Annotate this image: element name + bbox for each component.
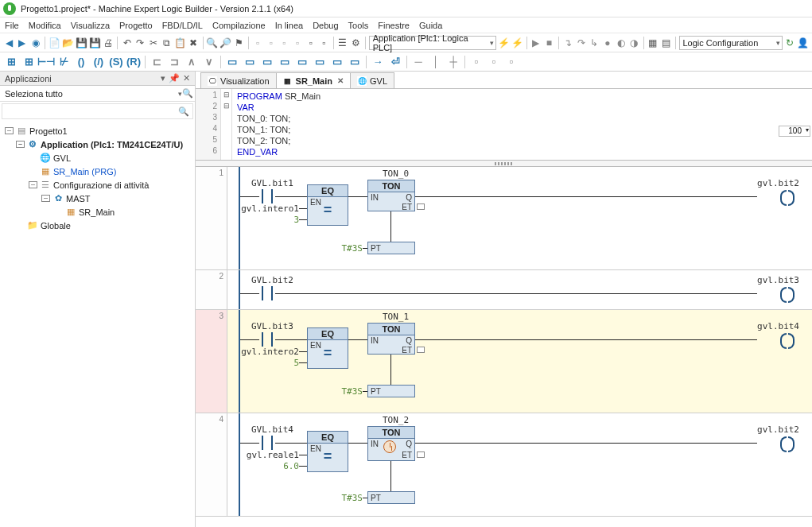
application-combo[interactable]: Application [Plc1: Logica PLC] xyxy=(369,36,496,50)
bookmark-icon[interactable]: ⚑ xyxy=(233,36,245,50)
ld-h3-icon[interactable]: ┼ xyxy=(445,55,461,69)
tab-close-icon[interactable]: ✕ xyxy=(337,76,344,85)
pin-et[interactable] xyxy=(417,347,425,353)
ld-c1-icon[interactable]: ▫ xyxy=(468,55,484,69)
tree-item[interactable]: –▤Progetto1 xyxy=(2,124,193,138)
paste-icon[interactable]: 📋 xyxy=(174,36,186,50)
ld-fb1-icon[interactable]: ▭ xyxy=(224,55,240,69)
tab-visualization[interactable]: 🖵Visualization xyxy=(200,72,277,88)
logic-config-combo[interactable]: Logic Configuration xyxy=(679,36,783,50)
contact[interactable] xyxy=(259,332,275,347)
pin-et[interactable] xyxy=(417,451,425,458)
ton-pt-block[interactable]: PT xyxy=(367,242,415,254)
find-icon[interactable]: 🔍 xyxy=(206,36,218,50)
eq-block[interactable]: EQ EN = xyxy=(307,327,348,369)
tab-gvl[interactable]: 🌐GVL xyxy=(350,72,394,88)
ld-fb2-icon[interactable]: ▭ xyxy=(242,55,258,69)
ld-set-icon[interactable]: (S) xyxy=(108,55,124,69)
ld-fb3-icon[interactable]: ▭ xyxy=(259,55,275,69)
sidebar-auto-icon[interactable]: 📌 xyxy=(169,73,180,83)
sidebar-close-icon[interactable]: ✕ xyxy=(183,73,190,83)
splitter[interactable] xyxy=(196,161,812,167)
redo-icon[interactable]: ↷ xyxy=(134,36,146,50)
tree-item[interactable]: ▦SR_Main (PRG) xyxy=(2,165,193,178)
menu-visualizza[interactable]: Visualizza xyxy=(71,21,110,30)
menu-inlinea[interactable]: In linea xyxy=(275,21,303,30)
ld-jmp-icon[interactable]: → xyxy=(370,55,386,69)
menu-debug[interactable]: Debug xyxy=(313,21,338,30)
menu-fbd[interactable]: FBD/LD/IL xyxy=(162,21,203,30)
ld-g3-icon[interactable]: ∧ xyxy=(184,55,200,69)
print-icon[interactable]: 🖨 xyxy=(103,36,115,50)
eq-block[interactable]: EQ EN = xyxy=(307,184,348,226)
disconnect-icon[interactable]: ⚡ xyxy=(511,36,523,50)
ld-g4-icon[interactable]: ∨ xyxy=(201,55,217,69)
ton-block[interactable]: TON IN Q ET xyxy=(367,180,415,211)
tree-item[interactable]: –✿MAST xyxy=(2,192,193,205)
menu-compilazione[interactable]: Compilazione xyxy=(212,21,266,30)
save-icon[interactable]: 💾 xyxy=(76,36,87,50)
contact[interactable] xyxy=(259,189,275,203)
new-icon[interactable]: 📄 xyxy=(49,36,60,50)
refresh-icon[interactable]: ↻ xyxy=(784,36,796,50)
coil[interactable] xyxy=(779,333,796,346)
ld-ncoil-icon[interactable]: (/) xyxy=(91,55,107,69)
menu-modifica[interactable]: Modifica xyxy=(29,21,61,30)
ld-fb4-icon[interactable]: ▭ xyxy=(277,55,293,69)
bp2-icon[interactable]: ◐ xyxy=(615,36,627,50)
stop-icon[interactable]: ■ xyxy=(543,36,555,50)
delete-icon[interactable]: ✖ xyxy=(188,36,200,50)
ld-g2-icon[interactable]: ⊐ xyxy=(166,55,182,69)
search-icon[interactable]: 🔍 xyxy=(178,107,189,117)
rung-2[interactable]: 2 GVL.bit2 gvl.bit3 xyxy=(196,270,812,310)
a5-icon[interactable]: ▫ xyxy=(305,36,317,50)
open-icon[interactable]: 📂 xyxy=(62,36,74,50)
menu-finestre[interactable]: Finestre xyxy=(378,21,410,30)
ton-pt-block[interactable]: PT xyxy=(367,491,415,504)
menu-tools[interactable]: Tools xyxy=(348,21,369,30)
ld-fb5-icon[interactable]: ▭ xyxy=(294,55,310,69)
rung-1[interactable]: 1 GVL.bit1 gvl.intero1 3 EQ EN = xyxy=(196,167,812,270)
findnext-icon[interactable]: 🔎 xyxy=(220,36,231,50)
menu-file[interactable]: File xyxy=(5,21,19,30)
a3-icon[interactable]: ▫ xyxy=(278,36,290,50)
a6-icon[interactable]: ▫ xyxy=(318,36,330,50)
saveall-icon[interactable]: 💾 xyxy=(89,36,101,50)
win-icon[interactable]: ▦ xyxy=(647,36,659,50)
coil[interactable] xyxy=(779,287,796,300)
menu-guida[interactable]: Guida xyxy=(419,21,442,30)
step-into-icon[interactable]: ↴ xyxy=(562,36,574,50)
ld-ncont-icon[interactable]: ⊬ xyxy=(56,55,72,69)
rung-3[interactable]: 3 GVL.bit3 gvl.intero2 5 EQ EN = xyxy=(196,310,812,413)
sidebar-selector[interactable]: Seleziona tutto🔍 xyxy=(0,86,195,102)
ld-net-icon[interactable]: ⊞ xyxy=(3,55,19,69)
ld-g1-icon[interactable]: ⊏ xyxy=(149,55,165,69)
ld-c2-icon[interactable]: ▫ xyxy=(486,55,502,69)
ld-fb7-icon[interactable]: ▭ xyxy=(329,55,345,69)
ld-contact-icon[interactable]: ⊢⊣ xyxy=(38,55,54,69)
ld-ret-icon[interactable]: ⏎ xyxy=(387,55,403,69)
connect-icon[interactable]: ⚡ xyxy=(498,36,510,50)
tree-item[interactable]: –⚙Application (Plc1: TM241CE24T/U) xyxy=(2,138,193,151)
tree-item[interactable]: 📁Globale xyxy=(2,219,193,232)
ton-pt-block[interactable]: PT xyxy=(367,385,415,397)
ld-reset-icon[interactable]: (R) xyxy=(126,55,142,69)
code-body[interactable]: PROGRAM SR_Main VAR TON_0: TON; TON_1: T… xyxy=(232,89,812,160)
contact[interactable] xyxy=(259,436,275,450)
a2-icon[interactable]: ▫ xyxy=(265,36,277,50)
ld-netx-icon[interactable]: ⊞ xyxy=(21,55,37,69)
nav-drop-icon[interactable]: ◉ xyxy=(29,36,41,50)
contact[interactable] xyxy=(259,286,275,300)
menu-progetto[interactable]: Progetto xyxy=(119,21,153,30)
user-icon[interactable]: 👤 xyxy=(797,36,809,50)
ton-block[interactable]: TON IN Q ET xyxy=(367,323,415,355)
rung-4[interactable]: 4 GVL.bit4 gvl.reale1 6.0 EQ EN = xyxy=(196,413,812,517)
a4-icon[interactable]: ▫ xyxy=(292,36,304,50)
run-icon[interactable]: ▶ xyxy=(530,36,542,50)
cut-icon[interactable]: ✂ xyxy=(148,36,160,50)
nav-back-icon[interactable]: ◀ xyxy=(3,36,15,50)
nav-fwd-icon[interactable]: ▶ xyxy=(17,36,29,50)
step-over-icon[interactable]: ↷ xyxy=(575,36,587,50)
gear-icon[interactable]: 🔍 xyxy=(182,88,193,99)
ld-fb8-icon[interactable]: ▭ xyxy=(347,55,363,69)
